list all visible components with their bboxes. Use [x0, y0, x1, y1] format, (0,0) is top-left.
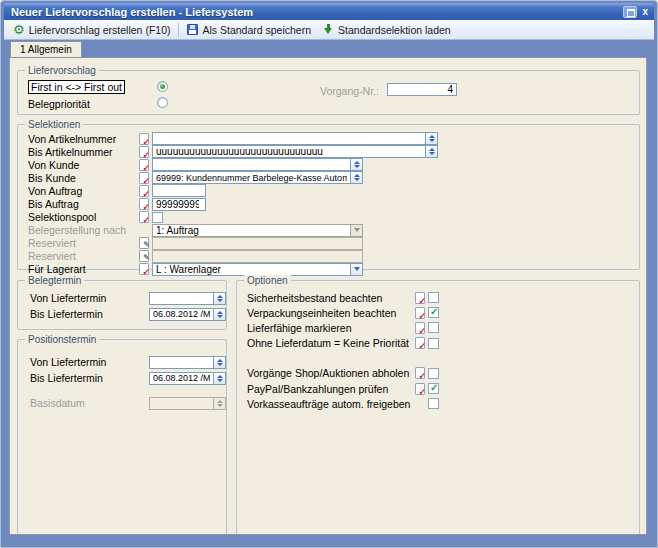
- option-label: Verpackungseinheiten beachten: [247, 307, 415, 319]
- von-kunde-input[interactable]: [152, 158, 350, 171]
- check-doc-icon[interactable]: [139, 159, 149, 171]
- spinner-button[interactable]: [425, 145, 438, 158]
- beleg-von-liefertermin-input[interactable]: [149, 292, 213, 305]
- beleg-bis-liefertermin-input[interactable]: [149, 308, 213, 321]
- von-kunde-label: Von Kunde: [28, 159, 139, 171]
- titlebar[interactable]: Neuer Liefervorschlag erstellen - Liefer…: [4, 3, 654, 20]
- basisdatum-input: [149, 397, 213, 410]
- group-positionstermin: Positionstermin Von Liefertermin Bis Lie…: [17, 339, 227, 535]
- spinner-button[interactable]: [425, 132, 438, 145]
- bis-artikelnummer-label: Bis Artikelnummer: [28, 146, 139, 158]
- vorgaenge-shop-checkbox[interactable]: [428, 368, 439, 379]
- option-ohne-lieferdatum: Ohne Lieferdatum = Keine Priorität: [247, 336, 639, 351]
- group-selektionen-legend: Selektionen: [25, 119, 83, 130]
- option-vorkasseauftraege: Vorkasseaufträge autom. freigeben: [247, 396, 639, 411]
- check-doc-icon[interactable]: [415, 322, 425, 334]
- check-doc-icon[interactable]: [415, 383, 425, 395]
- tab-allgemein[interactable]: 1 Allgemein: [10, 41, 82, 57]
- selektionspool-checkbox[interactable]: [152, 212, 163, 223]
- von-liefertermin-label: Von Liefertermin: [30, 356, 149, 368]
- check-doc-icon[interactable]: [139, 263, 149, 275]
- check-doc-icon[interactable]: [139, 185, 149, 197]
- lieferfaehige-checkbox[interactable]: [428, 322, 439, 333]
- belegprioritaet-label: Belegpriorität: [28, 98, 90, 110]
- row-pos-von-liefertermin: Von Liefertermin: [30, 354, 226, 370]
- verpackungseinheiten-checkbox[interactable]: [428, 307, 439, 318]
- check-doc-icon[interactable]: [139, 211, 149, 223]
- reserviert-input-1: [152, 237, 363, 250]
- first-in-first-out-radio[interactable]: [157, 81, 168, 92]
- create-delivery-proposal-label: Liefervorschlag erstellen (F10): [29, 24, 171, 36]
- check-doc-icon[interactable]: [415, 307, 425, 319]
- save-disk-icon: [187, 24, 198, 35]
- check-doc-icon[interactable]: [415, 367, 425, 379]
- von-auftrag-input[interactable]: [152, 184, 206, 197]
- option-label: Ohne Lieferdatum = Keine Priorität: [247, 337, 415, 349]
- row-bis-artikelnummer: Bis Artikelnummer: [28, 145, 639, 158]
- group-positionstermin-legend: Positionstermin: [25, 334, 99, 345]
- check-doc-icon[interactable]: [139, 198, 149, 210]
- sicherheitsbestand-checkbox[interactable]: [428, 292, 439, 303]
- toolbar-separator: [178, 23, 179, 37]
- spinner-button[interactable]: [350, 158, 363, 171]
- basisdatum-label: Basisdatum: [30, 397, 149, 409]
- check-doc-icon[interactable]: [139, 133, 149, 145]
- belegprioritaet-radio[interactable]: [157, 97, 168, 108]
- belegerstellung-nach-value: 1: Auftrag: [152, 224, 350, 237]
- spinner-button[interactable]: [213, 372, 226, 385]
- option-verpackungseinheiten: Verpackungseinheiten beachten: [247, 305, 639, 320]
- dropdown-arrow-icon[interactable]: [350, 263, 363, 276]
- selektionspool-label: Selektionspool: [28, 211, 139, 223]
- tab-strip: 1 Allgemein: [4, 40, 654, 57]
- spinner-button[interactable]: [350, 171, 363, 184]
- von-artikelnummer-input[interactable]: [152, 132, 425, 145]
- option-paypal-bankzahlungen: PayPal/Bankzahlungen prüfen: [247, 381, 639, 396]
- group-belegtermin-legend: Belegtermin: [25, 275, 84, 286]
- bis-kunde-label: Bis Kunde: [28, 172, 139, 184]
- option-vorgaenge-shop: Vorgänge Shop/Auktionen abholen: [247, 366, 639, 381]
- spinner-button[interactable]: [213, 356, 226, 369]
- check-doc-icon[interactable]: [139, 146, 149, 158]
- check-doc-icon[interactable]: [139, 172, 149, 184]
- close-window-icon[interactable]: x: [642, 6, 648, 18]
- vorkasseauftraege-checkbox[interactable]: [428, 398, 439, 409]
- spinner-button[interactable]: [213, 292, 226, 305]
- row-von-auftrag: Von Auftrag: [28, 184, 639, 197]
- bis-kunde-input[interactable]: [152, 171, 350, 184]
- paypal-bankzahlungen-checkbox[interactable]: [428, 383, 439, 394]
- pos-bis-liefertermin-input[interactable]: [149, 372, 213, 385]
- spinner-button[interactable]: [213, 308, 226, 321]
- row-von-kunde: Von Kunde: [28, 158, 639, 171]
- check-doc-icon[interactable]: [415, 292, 425, 304]
- bis-auftrag-input[interactable]: [152, 198, 206, 211]
- ohne-lieferdatum-checkbox[interactable]: [428, 338, 439, 349]
- bis-liefertermin-label: Bis Liefertermin: [30, 308, 149, 320]
- option-label: Vorkasseaufträge autom. freigeben: [247, 398, 415, 410]
- bis-artikelnummer-input[interactable]: [152, 145, 425, 158]
- row-von-artikelnummer: Von Artikelnummer: [28, 132, 639, 145]
- vorgang-nr-input[interactable]: [387, 83, 457, 96]
- check-doc-icon[interactable]: [415, 337, 425, 349]
- restore-window-icon[interactable]: [623, 6, 637, 18]
- save-as-default-button[interactable]: Als Standard speichern: [181, 21, 317, 39]
- row-pos-bis-liefertermin: Bis Liefertermin: [30, 370, 226, 386]
- row-fuer-lagerart: Für Lagerart L : Warenlager: [28, 263, 639, 276]
- reserviert-label: Reserviert: [28, 237, 139, 249]
- row-reserviert-2: Reserviert: [28, 250, 639, 263]
- option-label: Vorgänge Shop/Auktionen abholen: [247, 367, 415, 379]
- toolbar: ⚙ Liefervorschlag erstellen (F10) Als St…: [4, 20, 654, 40]
- row-beleg-bis-liefertermin: Bis Liefertermin: [30, 306, 226, 322]
- row-selektionspool: Selektionspool: [28, 211, 639, 224]
- reserviert-input-2: [152, 250, 363, 263]
- row-basisdatum: Basisdatum: [30, 395, 226, 411]
- create-delivery-proposal-button[interactable]: ⚙ Liefervorschlag erstellen (F10): [7, 21, 176, 39]
- dropdown-arrow-icon: [350, 224, 363, 237]
- vorgang-nr-label: Vorgang-Nr.:: [320, 85, 379, 97]
- belegerstellung-nach-label: Belegerstellung nach: [28, 224, 139, 236]
- bis-auftrag-label: Bis Auftrag: [28, 198, 139, 210]
- option-label: Lieferfähige markieren: [247, 322, 415, 334]
- group-selektionen: Selektionen Von Artikelnummer Bis Artike…: [17, 124, 640, 270]
- bis-liefertermin-label: Bis Liefertermin: [30, 372, 149, 384]
- load-default-selection-button[interactable]: Standardselektion laden: [317, 21, 457, 39]
- pos-von-liefertermin-input[interactable]: [149, 356, 213, 369]
